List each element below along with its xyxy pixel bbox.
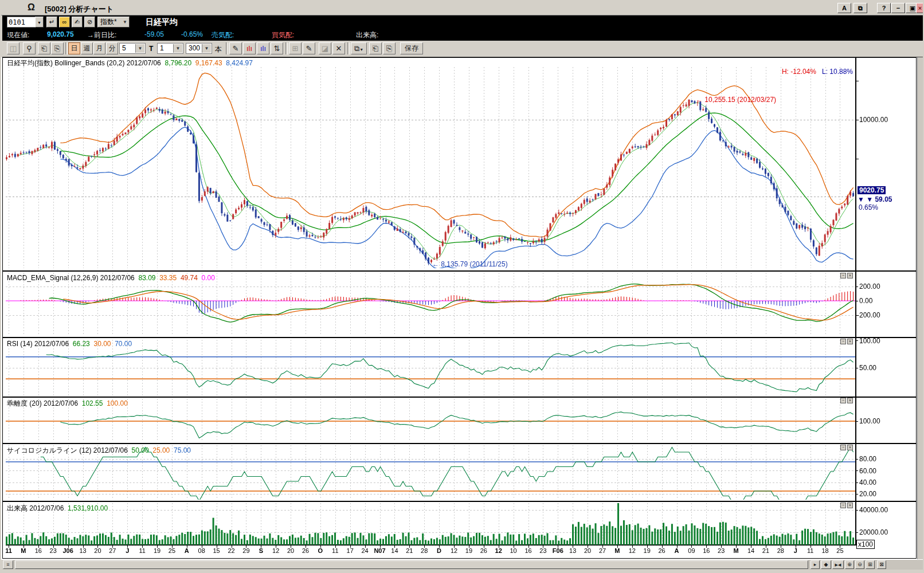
zoom-in-button[interactable]: ⊕ [845, 560, 854, 569]
x-axis-label: 11 [139, 547, 145, 554]
prev-change-pct: -0.65% [181, 30, 203, 38]
layout-windows-button[interactable]: ⧉▼ [351, 42, 367, 54]
volume-title: 出来高 2012/07/06 [7, 504, 64, 512]
category-select[interactable]: 指数*▼ [97, 17, 130, 28]
x-axis-label: 13 [79, 547, 86, 554]
grid-toggle-button[interactable]: ⊞ [866, 560, 875, 569]
chevron-down-icon: ▼ [359, 48, 363, 52]
x-axis-label: D [437, 547, 441, 554]
x-axis-label: 19 [465, 547, 472, 554]
price-axis-10000-label: 10000.00 [859, 116, 888, 124]
trendline-tool-button[interactable]: ✎ [229, 42, 242, 54]
histogram-blue-button[interactable]: ılı [257, 42, 269, 54]
x-axis-label: 12 [451, 547, 457, 554]
panel-minimize-button[interactable]: − [840, 273, 846, 278]
panel-minimize-button[interactable]: − [840, 503, 846, 508]
bar-count-select[interactable]: 300▼ [186, 43, 212, 54]
x-axis-label: 21 [406, 547, 413, 554]
submit-code-button[interactable]: ↵ [46, 17, 57, 28]
close-box-button[interactable]: ⊠ [877, 560, 886, 569]
t-value-select[interactable]: 1▼ [157, 43, 183, 54]
x-axis-label: J06 [62, 547, 73, 554]
chart-canvas[interactable] [1, 57, 924, 560]
panel-close-button[interactable]: × [847, 339, 853, 344]
kairi-panel-header: 乖離度 (20) 2012/07/06 102.55 100.00 [7, 399, 128, 409]
panel-close-button[interactable]: × [847, 503, 853, 508]
arrow-right-icon: ▸ [814, 562, 817, 567]
panel-minimize-button[interactable]: − [840, 398, 846, 403]
panel-minimize-button[interactable]: − [840, 339, 846, 344]
search-binoculars-button[interactable]: ∞ [59, 17, 70, 28]
clear-draw-button[interactable]: ⊘ [84, 17, 95, 28]
period-month-button[interactable]: 月 [93, 42, 105, 54]
scrollbar-grip[interactable]: ≡ [3, 560, 13, 569]
x-axis-label: 22 [228, 547, 234, 554]
histogram-red-button[interactable]: ılı [243, 42, 256, 54]
x-axis-label: 16 [35, 547, 42, 554]
code-dropdown-button[interactable]: ▼ [35, 17, 44, 28]
font-button[interactable]: A [837, 3, 851, 13]
copy-window-button[interactable]: ⧉ [853, 3, 867, 13]
delete-tool-button[interactable]: ✕ [332, 42, 345, 54]
chevron-down-icon: ▼ [135, 44, 144, 53]
low-pct-label: L: 10.88% [822, 68, 853, 76]
candlestick-icon: ◫ [10, 44, 17, 53]
rsi-axis-100: 100.00 [859, 337, 880, 345]
panel-close-button[interactable]: × [847, 398, 853, 403]
x-axis-label: 25 [169, 547, 175, 554]
period-minute-button[interactable]: 分 [106, 42, 118, 54]
minute-interval-select[interactable]: 5▼ [119, 43, 146, 54]
x-axis-label: 12 [272, 547, 279, 554]
quote-bar: 現在値: 9,020.75 →前日比: -59.05 -0.65% 売気配: 買… [2, 28, 924, 41]
memo-edit-button[interactable]: ✍ [72, 17, 83, 28]
x-axis-label: 11 [5, 547, 12, 554]
compress-bars-button[interactable]: ▶◀ [832, 560, 844, 569]
chevron-down-icon: ▼ [37, 21, 41, 25]
new-page-button[interactable]: ⎗ [38, 42, 50, 54]
histogram-blue-icon: ılı [260, 44, 266, 53]
updown-tool-button[interactable]: ⇅ [271, 42, 283, 54]
high-low-readout: H: -12.04% L: 10.88% [706, 68, 853, 76]
psy-lower-band: 25.00 [152, 446, 170, 454]
toolbar-separator [65, 42, 68, 54]
rsi-axis-50: 50.00 [859, 364, 876, 372]
page-next-button[interactable]: ⎘ [383, 42, 396, 54]
x-axis-label: M [21, 547, 26, 554]
eraser-icon: ◪ [322, 44, 328, 53]
zoom-tool-button[interactable]: ⚲ [23, 42, 36, 54]
x-axis-label: F06 [553, 547, 563, 554]
macd-title: MACD_EMA_Signal (12,26,9) 2012/07/06 [7, 274, 135, 282]
chart-toolbar: ◫ ⚲ ⎗ ⎘ 日 週 月 分 5▼ T 1▼ 300▼ 本 ✎ ılı ılı… [2, 41, 924, 58]
panel-minimize-button[interactable]: − [840, 445, 846, 450]
prev-change-value: -59.05 [144, 30, 164, 38]
zoom-out-button[interactable]: ⊖ [855, 560, 864, 569]
price-change-pct: 0.65% [859, 203, 878, 211]
copy-page-button[interactable]: ⎘ [51, 42, 64, 54]
current-price-value: 9,020.75 [47, 30, 74, 38]
save-button[interactable]: 保存 [400, 42, 423, 54]
x-axis-label: 23 [539, 547, 546, 554]
rsi-upper-band: 70.00 [115, 340, 132, 348]
bollinger-lower-value: 8,424.97 [226, 59, 253, 67]
pan-mode-button[interactable]: ◆ [821, 560, 831, 569]
analysis-chart-window: Ω [5002] 分析チャート A ⧉ ? − ▣ × ▼ ↵ ∞ ✍ ⊘ 指数… [0, 0, 924, 573]
left-arrow-icon: ← [432, 260, 439, 268]
close-button[interactable]: × [916, 3, 924, 13]
toolbar-separator [347, 42, 350, 54]
page-prev-button[interactable]: ⎗ [369, 42, 382, 54]
panel-close-button[interactable]: × [847, 445, 853, 450]
minimize-button[interactable]: − [891, 3, 905, 13]
help-button[interactable]: ? [877, 3, 891, 13]
scroll-right-button[interactable]: ▸ [811, 560, 820, 569]
vertical-scrollbar[interactable] [917, 57, 924, 559]
pencil-tool-button[interactable]: ✎ [303, 42, 315, 54]
macd-axis-200: 200.00 [859, 282, 880, 291]
scrollbar-thumb[interactable] [15, 560, 808, 569]
symbol-code-input[interactable] [7, 17, 38, 28]
peak-annotation: ← 10,255.15 (2012/03/27) [696, 96, 776, 104]
period-week-button[interactable]: 週 [81, 42, 93, 54]
x-axis-label: M [614, 547, 620, 554]
bollinger-mid-value: 8,796.20 [165, 59, 191, 67]
panel-close-button[interactable]: × [847, 273, 853, 278]
period-day-button[interactable]: 日 [68, 42, 80, 54]
